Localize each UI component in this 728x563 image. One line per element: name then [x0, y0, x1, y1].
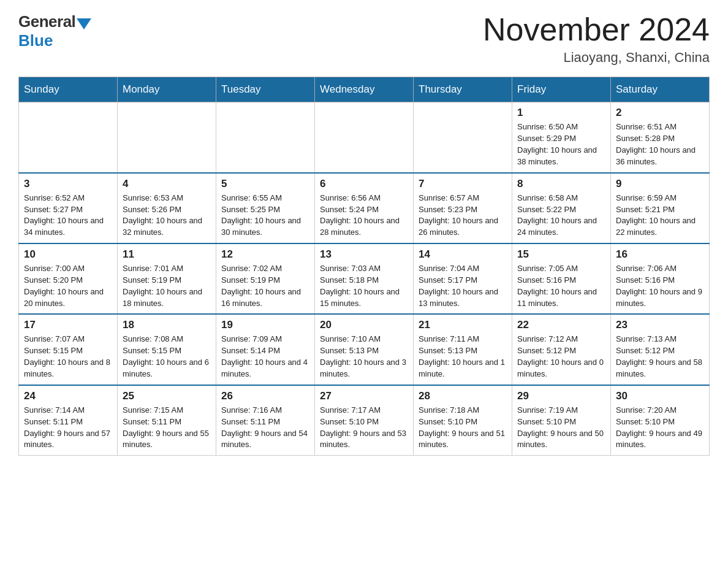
- logo-blue-text: Blue: [18, 31, 53, 50]
- calendar-cell: 17Sunrise: 7:07 AM Sunset: 5:15 PM Dayli…: [19, 314, 118, 385]
- day-info: Sunrise: 6:50 AM Sunset: 5:29 PM Dayligh…: [517, 121, 605, 167]
- day-info: Sunrise: 7:15 AM Sunset: 5:11 PM Dayligh…: [123, 405, 211, 451]
- page-header: General Blue November 2024 Liaoyang, Sha…: [18, 12, 710, 66]
- day-info: Sunrise: 7:20 AM Sunset: 5:10 PM Dayligh…: [616, 405, 704, 451]
- calendar-cell: 18Sunrise: 7:08 AM Sunset: 5:15 PM Dayli…: [118, 314, 216, 385]
- calendar-cell: 21Sunrise: 7:11 AM Sunset: 5:13 PM Dayli…: [414, 314, 512, 385]
- day-info: Sunrise: 7:19 AM Sunset: 5:10 PM Dayligh…: [517, 405, 605, 451]
- day-info: Sunrise: 7:18 AM Sunset: 5:10 PM Dayligh…: [419, 405, 507, 451]
- logo-general-text: General: [18, 12, 75, 31]
- day-number: 17: [24, 319, 112, 331]
- day-info: Sunrise: 7:00 AM Sunset: 5:20 PM Dayligh…: [24, 263, 112, 309]
- day-info: Sunrise: 6:51 AM Sunset: 5:28 PM Dayligh…: [616, 121, 704, 167]
- calendar-cell: 8Sunrise: 6:58 AM Sunset: 5:22 PM Daylig…: [512, 173, 611, 243]
- calendar-row-2: 10Sunrise: 7:00 AM Sunset: 5:20 PM Dayli…: [19, 243, 710, 314]
- day-number: 30: [616, 390, 704, 402]
- day-info: Sunrise: 6:52 AM Sunset: 5:27 PM Dayligh…: [24, 193, 112, 239]
- day-number: 21: [419, 319, 507, 331]
- day-number: 1: [517, 107, 605, 119]
- day-number: 5: [221, 178, 309, 190]
- weekday-header-row: SundayMondayTuesdayWednesdayThursdayFrid…: [19, 77, 710, 102]
- weekday-header-monday: Monday: [118, 77, 216, 102]
- calendar-cell: 15Sunrise: 7:05 AM Sunset: 5:16 PM Dayli…: [512, 243, 611, 314]
- day-number: 4: [123, 178, 211, 190]
- day-number: 14: [419, 248, 507, 261]
- day-number: 8: [517, 178, 605, 190]
- calendar-cell: [118, 102, 216, 173]
- calendar-cell: 26Sunrise: 7:16 AM Sunset: 5:11 PM Dayli…: [216, 385, 315, 456]
- day-number: 23: [616, 319, 704, 331]
- day-number: 18: [123, 319, 211, 331]
- calendar-cell: 5Sunrise: 6:55 AM Sunset: 5:25 PM Daylig…: [216, 173, 315, 243]
- day-number: 28: [419, 390, 507, 402]
- day-info: Sunrise: 6:56 AM Sunset: 5:24 PM Dayligh…: [320, 193, 408, 239]
- calendar-cell: 19Sunrise: 7:09 AM Sunset: 5:14 PM Dayli…: [216, 314, 315, 385]
- weekday-header-friday: Friday: [512, 77, 611, 102]
- calendar-cell: 30Sunrise: 7:20 AM Sunset: 5:10 PM Dayli…: [611, 385, 710, 456]
- calendar-row-3: 17Sunrise: 7:07 AM Sunset: 5:15 PM Dayli…: [19, 314, 710, 385]
- calendar-cell: [414, 102, 512, 173]
- calendar-cell: 27Sunrise: 7:17 AM Sunset: 5:10 PM Dayli…: [315, 385, 414, 456]
- calendar-row-1: 3Sunrise: 6:52 AM Sunset: 5:27 PM Daylig…: [19, 173, 710, 243]
- logo-arrow-icon: [77, 18, 91, 29]
- day-info: Sunrise: 7:02 AM Sunset: 5:19 PM Dayligh…: [221, 263, 309, 309]
- weekday-header-tuesday: Tuesday: [216, 77, 315, 102]
- calendar-cell: 11Sunrise: 7:01 AM Sunset: 5:19 PM Dayli…: [118, 243, 216, 314]
- calendar-cell: [19, 102, 118, 173]
- day-info: Sunrise: 6:55 AM Sunset: 5:25 PM Dayligh…: [221, 193, 309, 239]
- day-number: 6: [320, 178, 408, 190]
- day-number: 13: [320, 248, 408, 261]
- calendar-cell: 14Sunrise: 7:04 AM Sunset: 5:17 PM Dayli…: [414, 243, 512, 314]
- day-info: Sunrise: 6:57 AM Sunset: 5:23 PM Dayligh…: [419, 193, 507, 239]
- calendar-cell: 16Sunrise: 7:06 AM Sunset: 5:16 PM Dayli…: [611, 243, 710, 314]
- calendar-table: SundayMondayTuesdayWednesdayThursdayFrid…: [18, 77, 710, 456]
- day-info: Sunrise: 7:08 AM Sunset: 5:15 PM Dayligh…: [123, 334, 211, 380]
- calendar-cell: 1Sunrise: 6:50 AM Sunset: 5:29 PM Daylig…: [512, 102, 611, 173]
- calendar-cell: 3Sunrise: 6:52 AM Sunset: 5:27 PM Daylig…: [19, 173, 118, 243]
- day-number: 29: [517, 390, 605, 402]
- calendar-cell: 25Sunrise: 7:15 AM Sunset: 5:11 PM Dayli…: [118, 385, 216, 456]
- weekday-header-saturday: Saturday: [611, 77, 710, 102]
- day-number: 19: [221, 319, 309, 331]
- day-info: Sunrise: 7:10 AM Sunset: 5:13 PM Dayligh…: [320, 334, 408, 380]
- day-info: Sunrise: 7:04 AM Sunset: 5:17 PM Dayligh…: [419, 263, 507, 309]
- calendar-cell: 2Sunrise: 6:51 AM Sunset: 5:28 PM Daylig…: [611, 102, 710, 173]
- title-section: November 2024 Liaoyang, Shanxi, China: [483, 12, 710, 66]
- calendar-cell: 13Sunrise: 7:03 AM Sunset: 5:18 PM Dayli…: [315, 243, 414, 314]
- day-number: 16: [616, 248, 704, 261]
- day-info: Sunrise: 6:53 AM Sunset: 5:26 PM Dayligh…: [123, 193, 211, 239]
- calendar-cell: 6Sunrise: 6:56 AM Sunset: 5:24 PM Daylig…: [315, 173, 414, 243]
- calendar-cell: 9Sunrise: 6:59 AM Sunset: 5:21 PM Daylig…: [611, 173, 710, 243]
- calendar-cell: 22Sunrise: 7:12 AM Sunset: 5:12 PM Dayli…: [512, 314, 611, 385]
- weekday-header-wednesday: Wednesday: [315, 77, 414, 102]
- weekday-header-thursday: Thursday: [414, 77, 512, 102]
- day-info: Sunrise: 7:14 AM Sunset: 5:11 PM Dayligh…: [24, 405, 112, 451]
- calendar-cell: [216, 102, 315, 173]
- day-number: 15: [517, 248, 605, 261]
- day-info: Sunrise: 7:16 AM Sunset: 5:11 PM Dayligh…: [221, 405, 309, 451]
- day-info: Sunrise: 7:03 AM Sunset: 5:18 PM Dayligh…: [320, 263, 408, 309]
- calendar-cell: 28Sunrise: 7:18 AM Sunset: 5:10 PM Dayli…: [414, 385, 512, 456]
- day-info: Sunrise: 7:01 AM Sunset: 5:19 PM Dayligh…: [123, 263, 211, 309]
- day-number: 22: [517, 319, 605, 331]
- calendar-cell: 24Sunrise: 7:14 AM Sunset: 5:11 PM Dayli…: [19, 385, 118, 456]
- day-number: 24: [24, 390, 112, 402]
- day-number: 25: [123, 390, 211, 402]
- calendar-cell: 10Sunrise: 7:00 AM Sunset: 5:20 PM Dayli…: [19, 243, 118, 314]
- location-text: Liaoyang, Shanxi, China: [483, 50, 710, 66]
- day-info: Sunrise: 7:13 AM Sunset: 5:12 PM Dayligh…: [616, 334, 704, 380]
- day-info: Sunrise: 7:09 AM Sunset: 5:14 PM Dayligh…: [221, 334, 309, 380]
- calendar-cell: 4Sunrise: 6:53 AM Sunset: 5:26 PM Daylig…: [118, 173, 216, 243]
- day-number: 9: [616, 178, 704, 190]
- day-info: Sunrise: 7:06 AM Sunset: 5:16 PM Dayligh…: [616, 263, 704, 309]
- month-title: November 2024: [483, 12, 710, 47]
- calendar-cell: 23Sunrise: 7:13 AM Sunset: 5:12 PM Dayli…: [611, 314, 710, 385]
- day-info: Sunrise: 6:58 AM Sunset: 5:22 PM Dayligh…: [517, 193, 605, 239]
- calendar-cell: 7Sunrise: 6:57 AM Sunset: 5:23 PM Daylig…: [414, 173, 512, 243]
- day-number: 3: [24, 178, 112, 190]
- calendar-cell: 29Sunrise: 7:19 AM Sunset: 5:10 PM Dayli…: [512, 385, 611, 456]
- day-number: 7: [419, 178, 507, 190]
- day-info: Sunrise: 7:11 AM Sunset: 5:13 PM Dayligh…: [419, 334, 507, 380]
- day-number: 10: [24, 248, 112, 261]
- calendar-cell: 12Sunrise: 7:02 AM Sunset: 5:19 PM Dayli…: [216, 243, 315, 314]
